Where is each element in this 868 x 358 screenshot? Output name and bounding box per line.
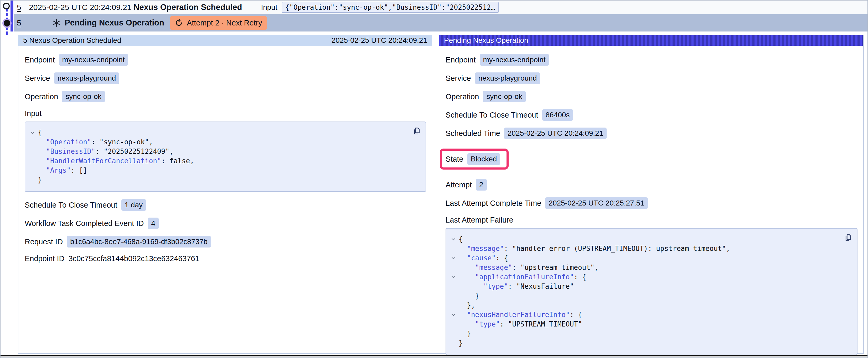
panel-body: Endpointmy-nexus-endpointServicenexus-pl… bbox=[439, 46, 863, 358]
event-timestamp: 2025-02-25 UTC 20:24:09.21 bbox=[29, 3, 133, 12]
panel-title: 5 Nexus Operation Scheduled bbox=[23, 36, 121, 44]
event-row-pending-nexus-operation[interactable]: 5 Pending Nexus Operation bbox=[14, 14, 867, 32]
code-text: } bbox=[459, 330, 471, 337]
asterisk-icon bbox=[52, 19, 61, 27]
field-row-endpoint-id: Endpoint ID3c0c75ccfa8144b092c13ce632463… bbox=[25, 254, 426, 263]
code-text: "message": "upstream timeout", bbox=[459, 263, 598, 271]
code-line: "HandlerWaitForCancellation": false, bbox=[27, 156, 407, 166]
field-row-attempt: Attempt2 bbox=[445, 179, 858, 191]
code-line: "message": "handler error (UPSTREAM_TIME… bbox=[448, 244, 839, 253]
open-circle-icon bbox=[3, 3, 10, 9]
event-title: Pending Nexus Operation bbox=[65, 18, 164, 28]
panel-timestamp: 2025-02-25 UTC 20:24:09.21 bbox=[332, 36, 427, 44]
field-label: Request ID bbox=[25, 237, 63, 246]
code-line: { bbox=[27, 128, 407, 137]
json-code: {"Operation": "sync-op-ok","BusinessID":… bbox=[27, 128, 407, 185]
field-label: Workflow Task Completed Event ID bbox=[25, 219, 144, 228]
field-label: Attempt bbox=[445, 181, 472, 189]
code-line: "type": "NexusFailure" bbox=[448, 282, 839, 291]
panel-header-pending: Pending Nexus Operation bbox=[439, 35, 863, 46]
field-value-link[interactable]: 3c0c75ccfa8144b092c13ce632463761 bbox=[68, 254, 199, 263]
field-label: Schedule To Close Timeout bbox=[445, 111, 538, 120]
chevron-down-icon[interactable] bbox=[448, 255, 459, 261]
event-detail-panel-scheduled: 5 Nexus Operation Scheduled 2025-02-25 U… bbox=[18, 35, 432, 353]
code-line: "BusinessID": "20250225122409", bbox=[27, 147, 407, 156]
panel-header-scheduled: 5 Nexus Operation Scheduled 2025-02-25 U… bbox=[19, 35, 432, 46]
field-label: Endpoint bbox=[25, 56, 55, 64]
field-label: Last Attempt Complete Time bbox=[445, 199, 541, 207]
event-id-link[interactable]: 5 bbox=[17, 19, 29, 27]
retry-badge-label: Attempt 2 · Next Retry bbox=[187, 19, 262, 27]
code-line: "nexusHandlerFailureInfo": { bbox=[448, 310, 839, 319]
chevron-down-icon[interactable] bbox=[448, 236, 459, 242]
chevron-down-icon[interactable] bbox=[448, 274, 459, 280]
field-value: b1c6a4bc-8ee7-468a-9169-df3b02c8737b bbox=[67, 236, 211, 248]
field-row-service: Servicenexus-playground bbox=[445, 72, 858, 84]
field-list: Attempt2Last Attempt Complete Time2025-0… bbox=[445, 179, 858, 209]
copy-icon[interactable] bbox=[843, 232, 853, 242]
event-row-nexus-operation-scheduled[interactable]: 5 2025-02-25 UTC 20:24:09.21 Nexus Opera… bbox=[14, 1, 867, 14]
code-text: "HandlerWaitForCancellation": false, bbox=[38, 157, 194, 165]
code-line: } bbox=[448, 329, 839, 338]
chevron-down-icon[interactable] bbox=[448, 312, 459, 318]
panel-title: Pending Nexus Operation bbox=[444, 36, 528, 44]
field-label: Operation bbox=[25, 92, 58, 101]
code-line: "type": "UPSTREAM_TIMEOUT" bbox=[448, 319, 839, 329]
code-line: "cause": { bbox=[448, 253, 839, 263]
code-line: "Args": [] bbox=[27, 166, 407, 175]
field-row-last-attempt-complete-time: Last Attempt Complete Time2025-02-25 UTC… bbox=[445, 197, 858, 209]
field-value: 1 day bbox=[121, 199, 146, 211]
field-value: my-nexus-endpoint bbox=[59, 54, 128, 66]
failure-section-label: Last Attempt Failure bbox=[445, 216, 858, 224]
field-label: Operation bbox=[445, 92, 479, 101]
code-line: }, bbox=[448, 300, 839, 310]
failure-json-viewer: {"message": "handler error (UPSTREAM_TIM… bbox=[445, 228, 858, 355]
code-text: "type": "UPSTREAM_TIMEOUT" bbox=[459, 320, 582, 328]
field-row-endpoint: Endpointmy-nexus-endpoint bbox=[25, 54, 426, 66]
field-value: my-nexus-endpoint bbox=[480, 54, 549, 66]
json-code: {"message": "handler error (UPSTREAM_TIM… bbox=[448, 234, 839, 348]
field-row-service: Servicenexus-playground bbox=[25, 72, 426, 84]
field-label: Schedule To Close Timeout bbox=[25, 201, 118, 209]
selection-indicator-bar bbox=[10, 1, 13, 32]
field-row-workflow-task-completed-event-id: Workflow Task Completed Event ID4 bbox=[25, 218, 426, 229]
code-text: } bbox=[459, 339, 463, 347]
field-label: Scheduled Time bbox=[445, 129, 500, 138]
state-highlight-box: State Blocked bbox=[440, 149, 508, 169]
field-row-request-id: Request IDb1c6a4bc-8ee7-468a-9169-df3b02… bbox=[25, 236, 426, 248]
retry-badge: Attempt 2 · Next Retry bbox=[170, 16, 267, 30]
filled-dot-icon bbox=[4, 20, 10, 27]
field-value: 2025-02-25 UTC 20:24:09.21 bbox=[504, 128, 607, 139]
event-detail-panel-pending: Pending Nexus Operation Endpointmy-nexus… bbox=[439, 35, 864, 353]
field-value: nexus-playground bbox=[475, 72, 540, 84]
code-text: "applicationFailureInfo": { bbox=[459, 273, 586, 281]
code-line: } bbox=[448, 291, 839, 300]
code-text: "BusinessID": "20250225122409", bbox=[38, 148, 174, 155]
field-row-endpoint: Endpointmy-nexus-endpoint bbox=[445, 54, 858, 66]
field-row-operation: Operationsync-op-ok bbox=[445, 91, 858, 102]
field-value: 4 bbox=[148, 218, 159, 229]
chevron-down-icon[interactable] bbox=[27, 130, 38, 135]
temporal-event-history-window: 5 2025-02-25 UTC 20:24:09.21 Nexus Opera… bbox=[0, 0, 868, 358]
field-value: sync-op-ok bbox=[62, 91, 105, 102]
field-label: Endpoint ID bbox=[25, 254, 65, 263]
code-text: { bbox=[459, 235, 463, 243]
code-line: "applicationFailureInfo": { bbox=[448, 272, 839, 282]
field-row-scheduled-time: Scheduled Time2025-02-25 UTC 20:24:09.21 bbox=[445, 128, 858, 139]
field-value: nexus-playground bbox=[54, 72, 120, 84]
code-text: "Operation": "sync-op-ok", bbox=[38, 138, 153, 146]
code-line: "message": "upstream timeout", bbox=[448, 263, 839, 272]
event-timeline bbox=[1, 1, 14, 32]
code-line: } bbox=[27, 175, 407, 185]
code-text: "Args": [] bbox=[38, 166, 87, 174]
event-title: Nexus Operation Scheduled bbox=[133, 3, 242, 12]
copy-icon[interactable] bbox=[412, 126, 422, 136]
code-text: "type": "NexusFailure" bbox=[459, 283, 574, 290]
event-id-link[interactable]: 5 bbox=[17, 3, 29, 12]
code-line: } bbox=[448, 338, 839, 348]
field-row-schedule-to-close-timeout: Schedule To Close Timeout86400s bbox=[445, 109, 858, 121]
state-value-chip: Blocked bbox=[467, 153, 500, 165]
window-bottom-edge bbox=[1, 355, 867, 356]
code-text: } bbox=[38, 176, 42, 184]
field-list: Schedule To Close Timeout1 dayWorkflow T… bbox=[25, 199, 426, 263]
